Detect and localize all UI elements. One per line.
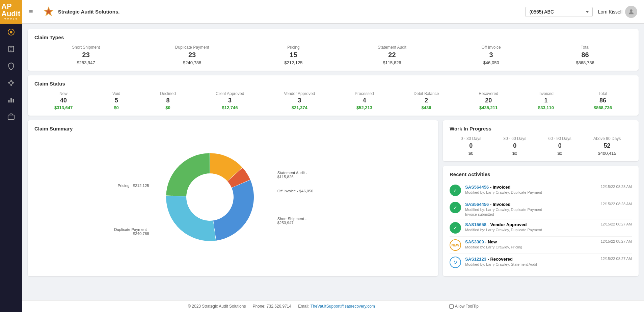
wip-row: 0 - 30 Days 0 $0 30 - 60 Days 0 $0 60 - …: [450, 136, 632, 156]
content-area: Claim Types Short Shipment 23 $253,947 D…: [22, 24, 644, 300]
user-name-label: Lorri Kissell: [598, 9, 622, 15]
user-avatar[interactable]: [625, 6, 637, 18]
claim-type-item: Pricing 15 $212,125: [284, 45, 302, 65]
claim-status-item: Invoiced 1 $33,110: [538, 91, 554, 110]
activity-icon: ✓: [450, 222, 461, 234]
activity-icon: NEW: [450, 239, 461, 251]
user-area: Lorri Kissell: [598, 6, 637, 18]
right-column: Work In Progress 0 - 30 Days 0 $0 30 - 6…: [443, 120, 639, 276]
wip-item: 30 - 60 Days 0 $0: [503, 136, 526, 156]
claim-type-item: Off Invoice 3 $46,050: [482, 45, 501, 65]
svg-point-9: [8, 82, 9, 83]
claim-status-item: Void 5 $0: [112, 91, 120, 110]
activity-item: ✓ SAS564456 - Invoiced Modified by: Larr…: [450, 199, 632, 219]
activity-item: ✓ SAS15658 - Vendor Approved Modified by…: [450, 219, 632, 237]
svg-rect-12: [10, 98, 12, 103]
allow-tooltip-area: Allow ToolTip: [449, 304, 479, 309]
claim-status-title: Claim Status: [34, 81, 632, 87]
sidebar-item-chart[interactable]: [0, 91, 22, 108]
sidebar: AP Audit TOOLS: [0, 0, 22, 312]
recent-activities-title: Recent Activities: [450, 171, 632, 177]
sidebar-item-claims[interactable]: [0, 41, 22, 57]
header-logo: Strategic Audit Solutions.: [42, 5, 120, 19]
donut-svg: [153, 140, 267, 255]
header-brand: Strategic Audit Solutions.: [58, 9, 120, 15]
claim-status-item: Client Approved 3 $12,746: [216, 91, 244, 110]
activity-content: SAS564456 - Invoiced Modified by: Larry …: [465, 185, 597, 194]
donut-segment: [213, 180, 254, 240]
activity-icon: ✓: [450, 185, 461, 196]
footer-email: Email: TheVaultSupport@sasrecovery.com: [298, 304, 375, 309]
svg-point-10: [13, 82, 15, 83]
allow-tooltip-label: Allow ToolTip: [455, 304, 479, 309]
wip-card: Work In Progress 0 - 30 Days 0 $0 30 - 6…: [443, 120, 639, 161]
claim-type-item: Short Shipment 23 $253,947: [72, 45, 100, 65]
svg-point-8: [10, 85, 12, 86]
claim-status-item: Debit Balance 2 $436: [414, 91, 439, 110]
activity-link[interactable]: SAS12123: [465, 257, 486, 262]
activity-link[interactable]: SAS3309: [465, 239, 484, 244]
claim-types-title: Claim Types: [34, 34, 632, 40]
activity-time: 12/15/22 08:28 AM: [601, 202, 632, 206]
footer-copyright: © 2023 Strategic Audit Solutions: [188, 304, 246, 309]
claim-status-item: Total 86 $868,736: [594, 91, 612, 110]
donut-right-labels: Statement Audit -$115,826 Off Invoice - …: [277, 171, 314, 225]
sidebar-item-dashboard[interactable]: [0, 24, 22, 41]
activity-content: SAS3309 - New Modified by: Larry Crawley…: [465, 239, 597, 249]
donut-label-shortshipment: Short Shipment -$253,947: [277, 217, 314, 225]
donut-label-pricing: Pricing - $212,125: [95, 184, 149, 188]
activity-content: SAS564456 - Invoiced Modified by: Larry …: [465, 202, 597, 216]
claim-status-card: Claim Status New 40 $313,647 Void 5 $0 D…: [28, 75, 639, 116]
company-selector[interactable]: (0565) ABC: [525, 7, 593, 17]
claim-type-item: Statement Audit 22 $115,826: [378, 45, 406, 65]
svg-point-1: [10, 31, 12, 33]
hamburger-menu[interactable]: ≡: [29, 8, 33, 16]
footer-email-link[interactable]: TheVaultSupport@sasrecovery.com: [311, 304, 375, 309]
sidebar-item-star[interactable]: [0, 74, 22, 91]
donut-chart-container: Pricing - $212,125 Duplicate Payment -$2…: [34, 136, 431, 259]
claim-types-card: Claim Types Short Shipment 23 $253,947 D…: [28, 29, 639, 71]
activity-link[interactable]: SAS15658: [465, 222, 486, 227]
activity-time: 12/15/22 08:27 AM: [601, 257, 632, 261]
activity-time: 12/15/22 08:27 AM: [601, 222, 632, 226]
activity-item: ✓ SAS564456 - Invoiced Modified by: Larr…: [450, 182, 632, 199]
sidebar-logo: AP Audit TOOLS: [0, 0, 22, 24]
svg-rect-13: [13, 99, 14, 102]
allow-tooltip-checkbox[interactable]: [449, 304, 454, 309]
footer-phone: Phone: 732.626.9714: [252, 304, 291, 309]
donut-label-offinvoice: Off Invoice - $46,050: [277, 189, 314, 193]
svg-point-6: [9, 81, 12, 84]
claim-status-item: Declined 8 $0: [160, 91, 176, 110]
activity-link[interactable]: SAS564456: [465, 202, 489, 207]
claim-status-item: Vendor Approved 3 $21,374: [284, 91, 315, 110]
claim-status-item: New 40 $313,647: [54, 91, 73, 110]
wip-title: Work In Progress: [450, 126, 632, 131]
wip-item: 0 - 30 Days 0 $0: [461, 136, 481, 156]
sidebar-logo-tools: TOOLS: [4, 18, 18, 21]
activity-content: SAS12123 - Recovered Modified by: Larry …: [465, 257, 597, 266]
activities-list: ✓ SAS564456 - Invoiced Modified by: Larr…: [450, 182, 632, 271]
claim-type-item: Total 86 $868,736: [576, 45, 594, 65]
main-area: ≡ Strategic Audit Solutions. (0565) ABC …: [22, 0, 644, 312]
claim-status-item: Recovered 20 $435,211: [479, 91, 498, 110]
activity-item: NEW SAS3309 - New Modified by: Larry Cra…: [450, 237, 632, 254]
footer: © 2023 Strategic Audit Solutions Phone: …: [22, 300, 644, 312]
claim-types-row: Short Shipment 23 $253,947 Duplicate Pay…: [34, 45, 632, 65]
svg-rect-11: [8, 100, 10, 102]
activity-time: 12/15/22 08:27 AM: [601, 239, 632, 243]
wip-item: Above 90 Days 52 $400,415: [593, 136, 621, 156]
claim-type-item: Duplicate Payment 23 $240,788: [175, 45, 209, 65]
activity-icon: ↻: [450, 257, 461, 268]
wip-item: 60 - 90 Days 0 $0: [548, 136, 571, 156]
donut-segment: [166, 153, 210, 196]
donut-segment: [166, 196, 216, 241]
claim-status-item: Processed 4 $52,213: [355, 91, 374, 110]
activity-link[interactable]: SAS564456: [465, 185, 489, 190]
sidebar-item-shield[interactable]: [0, 57, 22, 74]
claim-status-row: New 40 $313,647 Void 5 $0 Declined 8 $0 …: [34, 91, 632, 110]
claim-summary-card: Claim Summary Pricing - $212,125 Duplica…: [28, 120, 438, 276]
sidebar-item-box[interactable]: [0, 108, 22, 125]
sidebar-logo-ap: AP Audit: [1, 3, 21, 18]
donut-chart-left: Pricing - $212,125 Duplicate Payment -$2…: [153, 140, 267, 256]
recent-activities-card: Recent Activities ✓ SAS564456 - Invoiced…: [443, 166, 639, 276]
